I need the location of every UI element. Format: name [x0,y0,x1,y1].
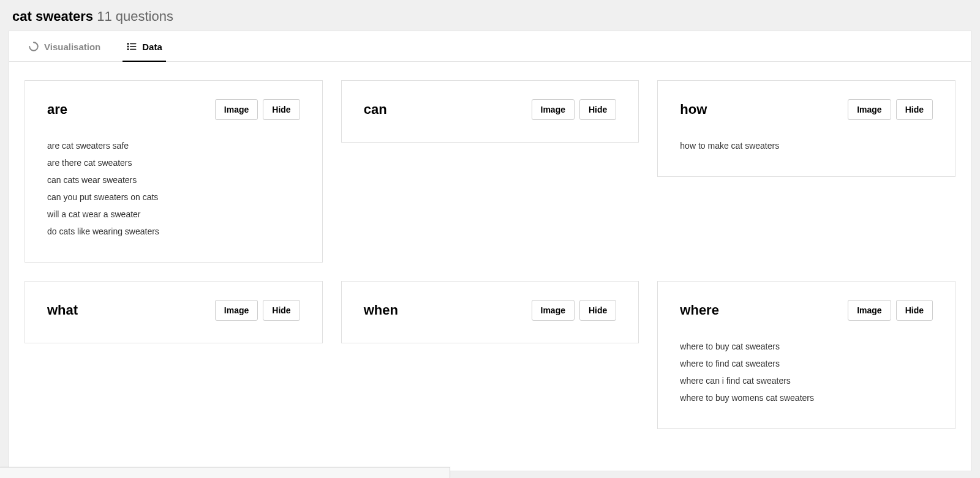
image-button[interactable]: Image [215,300,258,321]
hide-button[interactable]: Hide [263,99,300,120]
card-title: where [680,302,719,318]
question-item[interactable]: where to buy cat sweaters [680,338,933,355]
image-button[interactable]: Image [848,300,891,321]
hide-button[interactable]: Hide [579,300,616,321]
card-header: areImageHide [47,99,300,120]
card-body: how to make cat sweaters [680,137,933,154]
search-keyword: cat sweaters [12,9,93,24]
hide-button[interactable]: Hide [896,300,933,321]
card-buttons: ImageHide [848,99,933,120]
tab-data-label: Data [142,42,162,52]
page-title: cat sweaters 11 questions [12,9,968,24]
hide-button[interactable]: Hide [579,99,616,120]
svg-point-2 [128,49,129,50]
question-card: areImageHideare cat sweaters safeare the… [24,80,323,263]
image-button[interactable]: Image [532,300,575,321]
card-body: where to buy cat sweaterswhere to find c… [680,338,933,406]
card-header: whereImageHide [680,300,933,321]
page-header: cat sweaters 11 questions [0,0,980,31]
svg-point-0 [128,43,129,45]
question-card: whenImageHide [341,281,639,343]
image-button[interactable]: Image [215,99,258,120]
tab-bar: Visualisation Data [9,31,971,62]
svg-point-1 [128,46,129,47]
card-header: whenImageHide [364,300,617,321]
card-body: are cat sweaters safeare there cat sweat… [47,137,300,240]
hide-button[interactable]: Hide [896,99,933,120]
visualisation-icon [28,41,39,52]
question-count: 11 questions [97,9,173,24]
question-item[interactable]: are there cat sweaters [47,154,300,171]
tab-visualisation-label: Visualisation [44,42,100,52]
card-buttons: ImageHide [215,300,300,321]
question-item[interactable]: will a cat wear a sweater [47,206,300,223]
question-item[interactable]: are cat sweaters safe [47,137,300,154]
card-title: how [680,102,707,118]
card-buttons: ImageHide [532,99,617,120]
card-buttons: ImageHide [215,99,300,120]
question-item[interactable]: where can i find cat sweaters [680,372,933,389]
question-item[interactable]: where to find cat sweaters [680,355,933,372]
cards-grid: areImageHideare cat sweaters safeare the… [9,62,971,447]
card-buttons: ImageHide [848,300,933,321]
tab-visualisation[interactable]: Visualisation [24,31,104,62]
question-item[interactable]: can you put sweaters on cats [47,189,300,206]
question-card: howImageHidehow to make cat sweaters [657,80,956,177]
hide-button[interactable]: Hide [263,300,300,321]
card-header: whatImageHide [47,300,300,321]
card-header: canImageHide [364,99,617,120]
question-item[interactable]: how to make cat sweaters [680,137,933,154]
question-card: whereImageHidewhere to buy cat sweatersw… [657,281,956,429]
card-header: howImageHide [680,99,933,120]
image-button[interactable]: Image [848,99,891,120]
card-buttons: ImageHide [532,300,617,321]
image-button[interactable]: Image [532,99,575,120]
card-title: when [364,302,398,318]
question-card: canImageHide [341,80,639,143]
card-title: can [364,102,387,118]
question-card: whatImageHide [24,281,323,343]
list-icon [126,41,137,52]
horizontal-scrollbar[interactable] [0,467,450,478]
tab-data[interactable]: Data [123,31,166,62]
content-panel: Visualisation Data areImageHideare cat s… [9,31,971,471]
card-title: are [47,102,67,118]
question-item[interactable]: can cats wear sweaters [47,171,300,189]
question-item[interactable]: where to buy womens cat sweaters [680,389,933,406]
question-item[interactable]: do cats like wearing sweaters [47,223,300,240]
card-title: what [47,302,78,318]
